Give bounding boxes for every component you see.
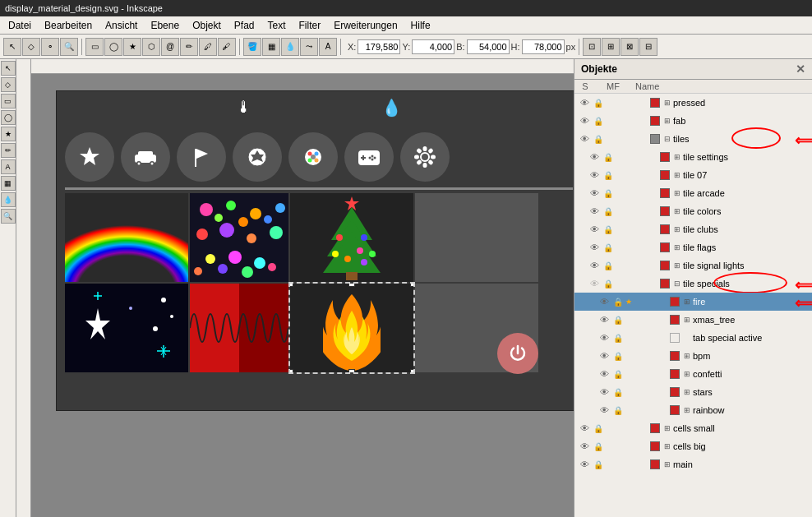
svg-point-57 [361,234,367,241]
left-tool-text[interactable]: A [1,159,16,174]
b-label: B: [456,42,464,52]
snap-btn-1[interactable]: ⊡ [583,38,601,56]
left-tool-dropper[interactable]: 💧 [1,192,16,207]
left-tool-pencil[interactable]: ✏ [1,143,16,158]
expand-fab[interactable]: ⊞ [662,115,673,127]
expand-xmas-tree[interactable]: ⊞ [681,314,693,325]
left-tool-gradient[interactable]: ▦ [1,176,16,191]
expand-tile-flags[interactable]: ⊞ [671,242,683,253]
tool-connector[interactable]: ⤳ [300,38,318,56]
menu-bearbeiten[interactable]: Bearbeiten [39,18,97,33]
tool-calligraphy[interactable]: 🖋 [218,38,236,56]
tree-item-tile-settings[interactable]: 👁 🔒 ⊞ tile settings [574,148,812,166]
tool-arrow[interactable]: ↖ [3,38,21,56]
x-input[interactable] [358,39,400,54]
panel-close-btn[interactable]: ✕ [796,62,805,76]
expand-tile-arcade[interactable]: ⊞ [671,187,683,199]
tree-item-tile-flags[interactable]: 👁 🔒 ⊞ tile flags [574,238,812,256]
tool-rect[interactable]: ▭ [85,38,104,56]
snap-btn-3[interactable]: ⊠ [621,38,639,56]
tool-tweak[interactable]: ⚬ [41,38,59,56]
menu-text[interactable]: Text [263,18,291,33]
tool-node[interactable]: ◇ [22,38,40,56]
menu-datei[interactable]: Datei [3,18,36,33]
expand-cells-small[interactable]: ⊞ [662,422,673,434]
left-tool-star[interactable]: ★ [1,127,16,141]
menu-hilfe[interactable]: Hilfe [406,18,436,33]
expand-tile-specials[interactable]: ⊟ [671,278,683,289]
expand-rainbow[interactable]: ⊞ [681,404,693,416]
tool-dropper[interactable]: 💧 [281,38,299,56]
tool-text[interactable]: A [319,38,337,56]
svg-point-40 [270,226,283,239]
menu-objekt[interactable]: Objekt [187,18,226,33]
tree-item-tile-signal-lights[interactable]: 👁 🔒 ⊞ tile signal lights [574,256,812,275]
tree-item-tile-07[interactable]: 👁 🔒 ⊞ tile 07 [574,166,812,184]
expand-tiles[interactable]: ⊟ [662,133,673,145]
expand-confetti[interactable]: ⊞ [681,368,693,380]
tree-item-tile-clubs[interactable]: 👁 🔒 ⊞ tile clubs [574,220,812,238]
clip-icon-stars [625,385,639,399]
snap-btn-4[interactable]: ⊟ [639,38,657,56]
tree-item-bpm[interactable]: 👁 🔒 ⊞ bpm [574,347,812,365]
menu-ansicht[interactable]: Ansicht [100,18,142,33]
expand-stars[interactable]: ⊞ [681,386,693,398]
left-tool-zoom[interactable]: 🔍 [1,209,16,224]
menu-filter[interactable]: Filter [294,18,326,33]
snap-btn-2[interactable]: ⊞ [602,38,620,56]
expand-tile-signal-lights[interactable]: ⊞ [671,260,683,271]
tree-item-confetti[interactable]: 👁 🔒 ⊞ confetti [574,365,812,383]
expand-tile-clubs[interactable]: ⊞ [671,224,683,235]
svg-point-56 [336,234,343,241]
tree-item-tab-special-active[interactable]: 👁 🔒 ⊞ tab special active [574,329,812,347]
tree-item-tile-specials[interactable]: 👁 🔒 ⊟ tile specials ⟸ [574,275,812,293]
tool-spiral[interactable]: @ [161,38,179,56]
menu-pfad[interactable]: Pfad [229,18,260,33]
tool-zoom[interactable]: 🔍 [60,38,78,56]
tool-bezier[interactable]: 🖊 [199,38,217,56]
tree-item-cells-big[interactable]: 👁 🔒 ⊞ cells big [574,437,812,455]
tree-container[interactable]: 👁 🔒 ⊞ pressed 👁 🔒 ⊞ fab [574,94,812,517]
tree-item-cells-small[interactable]: 👁 🔒 ⊞ cells small [574,419,812,437]
tool-pencil[interactable]: ✏ [180,38,198,56]
expand-bpm[interactable]: ⊞ [681,350,693,362]
tool-star[interactable]: ★ [123,38,141,56]
expand-fire[interactable]: ⊞ [681,296,693,307]
expand-cells-big[interactable]: ⊞ [662,441,673,452]
expand-tile-07[interactable]: ⊞ [671,169,683,181]
expand-main[interactable]: ⊞ [662,459,673,470]
canvas-area[interactable]: 🌡 💧 [16,59,574,517]
clip-icon-fab [606,114,619,127]
divider-line [65,187,573,190]
tree-item-tile-colors[interactable]: 👁 🔒 ⊞ tile colors [574,202,812,220]
expand-tile-colors[interactable]: ⊞ [671,205,683,217]
canvas-content[interactable]: 🌡 💧 [31,74,574,517]
tree-item-rainbow[interactable]: 👁 🔒 ⊞ rainbow [574,401,812,419]
left-tool-select[interactable]: ↖ [1,61,16,76]
h-input[interactable] [522,39,565,54]
tree-item-stars[interactable]: 👁 🔒 ⊞ stars [574,383,812,401]
tree-item-tiles[interactable]: 👁 🔒 ⊟ tiles ⟸ [574,130,812,148]
left-tool-circle[interactable]: ◯ [1,110,16,125]
tree-item-main[interactable]: 👁 🔒 ⊞ main [574,455,812,473]
expand-pressed[interactable]: ⊞ [662,97,673,108]
tree-item-xmas-tree[interactable]: 👁 🔒 ⊞ xmas_tree [574,311,812,329]
expand-tile-settings[interactable]: ⊞ [671,151,683,163]
menu-erweiterungen[interactable]: Erweiterungen [329,18,402,33]
power-button[interactable] [497,333,538,374]
y-input[interactable] [412,39,454,54]
left-tool-node[interactable]: ◇ [1,77,16,92]
left-tool-rect[interactable]: ▭ [1,94,16,108]
design-area[interactable]: 🌡 💧 [56,90,574,411]
svg-point-39 [247,233,256,243]
tree-item-fab[interactable]: 👁 🔒 ⊞ fab [574,112,812,130]
tool-bucket[interactable]: 🪣 [243,38,261,56]
b-input[interactable] [467,39,510,54]
tree-item-fire[interactable]: 👁 🔒 ★ ⊞ fire ⟸ [574,293,812,311]
tree-item-pressed[interactable]: 👁 🔒 ⊞ pressed [574,94,812,112]
tool-3d[interactable]: ⬡ [142,38,160,56]
tool-gradient[interactable]: ▦ [262,38,280,56]
tree-item-tile-arcade[interactable]: 👁 🔒 ⊞ tile arcade [574,184,812,202]
menu-ebene[interactable]: Ebene [145,18,184,33]
tool-circle[interactable]: ◯ [104,38,122,56]
